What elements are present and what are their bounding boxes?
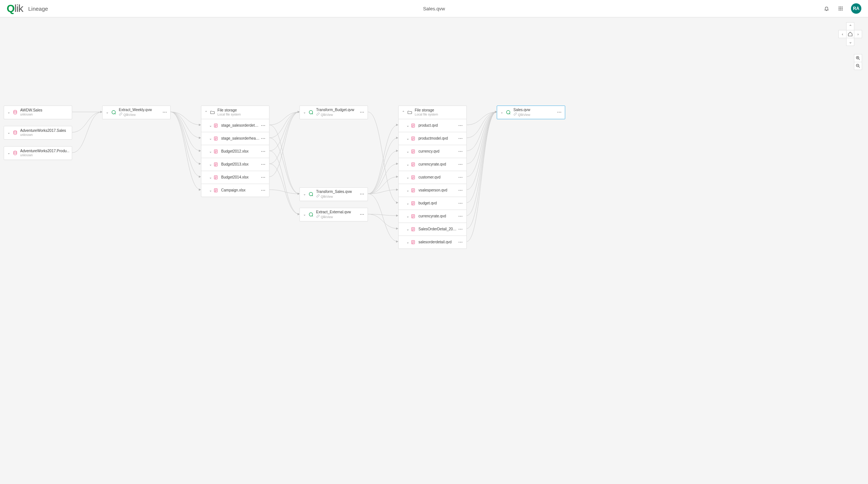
node-menu-button[interactable] xyxy=(458,136,464,141)
lineage-node[interactable]: Extract_External.qvw QlikView xyxy=(299,208,368,221)
nav-up-button[interactable]: ⌃ xyxy=(846,22,854,30)
zoom-in-button[interactable] xyxy=(854,54,862,62)
lineage-group-node[interactable]: File storageLocal file systemstage_sales… xyxy=(201,106,269,197)
node-menu-button[interactable] xyxy=(458,240,464,245)
expand-toggle[interactable] xyxy=(105,110,110,114)
expand-toggle[interactable] xyxy=(208,188,213,192)
expand-toggle[interactable] xyxy=(302,110,307,114)
lineage-child-node[interactable]: stage_salesorderdetail… xyxy=(201,119,269,132)
expand-toggle[interactable] xyxy=(208,150,213,153)
lineage-node[interactable]: AdventureWorks2017.Produ…unknown xyxy=(4,146,72,160)
apps-grid-icon[interactable] xyxy=(837,5,844,12)
lineage-child-node[interactable]: currencyrate.qvd xyxy=(399,158,466,171)
zoom-out-button[interactable] xyxy=(854,62,862,70)
expand-toggle[interactable] xyxy=(302,213,307,216)
node-menu-button[interactable] xyxy=(458,149,464,154)
expand-toggle[interactable] xyxy=(405,137,410,140)
qvw-icon xyxy=(111,109,117,115)
svg-point-11 xyxy=(13,110,16,112)
child-label: Budget2014.xlsx xyxy=(221,175,260,179)
lineage-canvas[interactable]: ⌃ ‹ › ⌄ AWDW.SalesunknownAdventureWorks2… xyxy=(0,17,868,484)
lineage-node[interactable]: Sales.qvw QlikView xyxy=(497,106,565,119)
lineage-child-node[interactable]: currency.qvd xyxy=(399,145,466,158)
nav-home-button[interactable] xyxy=(846,30,854,38)
node-menu-button[interactable] xyxy=(359,110,365,115)
collapse-toggle[interactable] xyxy=(204,110,209,114)
expand-toggle[interactable] xyxy=(208,137,213,140)
lineage-child-node[interactable]: vsalesperson.qvd xyxy=(399,184,466,197)
lineage-child-node[interactable]: stage_salesorderhead… xyxy=(201,132,269,145)
lineage-node[interactable]: Extract_Weekly.qvw QlikView xyxy=(102,106,171,119)
lineage-node[interactable]: Transform_Sales.qvw QlikView xyxy=(299,187,368,201)
nav-left-button[interactable]: ‹ xyxy=(838,30,847,38)
expand-toggle[interactable] xyxy=(6,131,11,134)
node-menu-button[interactable] xyxy=(260,136,267,141)
node-menu-button[interactable] xyxy=(260,149,267,154)
expand-toggle[interactable] xyxy=(405,201,410,205)
expand-toggle[interactable] xyxy=(499,110,505,114)
lineage-child-node[interactable]: customer.qvd xyxy=(399,171,466,184)
avatar[interactable]: RA xyxy=(851,3,861,14)
svg-point-12 xyxy=(13,131,16,132)
expand-toggle[interactable] xyxy=(405,188,410,192)
node-menu-button[interactable] xyxy=(260,188,267,193)
node-menu-button[interactable] xyxy=(458,214,464,219)
expand-toggle[interactable] xyxy=(405,214,410,218)
expand-toggle[interactable] xyxy=(405,124,410,127)
file-icon xyxy=(410,123,416,128)
expand-toggle[interactable] xyxy=(405,240,410,244)
lineage-child-node[interactable]: Budget2014.xlsx xyxy=(201,171,269,184)
lineage-child-node[interactable]: Budget2012.xlsx xyxy=(201,145,269,158)
lineage-node[interactable]: AWDW.Salesunknown xyxy=(4,106,72,119)
expand-toggle[interactable] xyxy=(208,176,213,179)
zoom-cluster xyxy=(854,54,862,70)
lineage-child-node[interactable]: currencyrate.qvd xyxy=(399,210,466,223)
node-menu-button[interactable] xyxy=(359,212,365,217)
svg-rect-0 xyxy=(839,7,839,7)
file-icon xyxy=(213,162,218,167)
expand-toggle[interactable] xyxy=(6,110,11,114)
expand-toggle[interactable] xyxy=(405,176,410,179)
lineage-node[interactable]: Transform_Budget.qvw QlikView xyxy=(299,106,368,119)
node-menu-button[interactable] xyxy=(260,162,267,167)
db-icon xyxy=(12,150,18,156)
node-menu-button[interactable] xyxy=(161,110,168,115)
lineage-child-node[interactable]: SalesOrderDetail_202… xyxy=(399,223,466,236)
node-menu-button[interactable] xyxy=(458,227,464,232)
expand-toggle[interactable] xyxy=(302,192,307,196)
node-menu-button[interactable] xyxy=(556,110,563,115)
node-menu-button[interactable] xyxy=(260,175,267,180)
bell-icon[interactable] xyxy=(823,5,830,12)
node-menu-button[interactable] xyxy=(260,123,267,128)
expand-toggle[interactable] xyxy=(208,163,213,166)
expand-toggle[interactable] xyxy=(405,150,410,153)
nav-down-button[interactable]: ⌄ xyxy=(846,38,854,46)
node-label: AdventureWorks2017.Salesunknown xyxy=(20,128,70,137)
node-menu-button[interactable] xyxy=(359,191,365,197)
node-menu-button[interactable] xyxy=(458,175,464,180)
lineage-child-node[interactable]: budget.qvd xyxy=(399,197,466,210)
node-menu-button[interactable] xyxy=(458,188,464,193)
svg-rect-7 xyxy=(840,10,841,10)
node-menu-button[interactable] xyxy=(458,123,464,128)
lineage-child-node[interactable]: salesorderdetail.qvd xyxy=(399,236,466,248)
node-menu-button[interactable] xyxy=(458,162,464,167)
node-menu-button[interactable] xyxy=(458,201,464,206)
child-label: stage_salesorderdetail… xyxy=(221,123,260,127)
collapse-toggle[interactable] xyxy=(401,110,406,114)
folder-icon xyxy=(210,109,215,115)
lineage-child-node[interactable]: Campaign.xlsx xyxy=(201,184,269,197)
expand-toggle[interactable] xyxy=(6,151,11,155)
node-label: File storageLocal file system xyxy=(415,108,464,116)
lineage-group-node[interactable]: File storageLocal file systemproduct.qvd… xyxy=(398,106,467,249)
lineage-child-node[interactable]: productmodel.qvd xyxy=(399,132,466,145)
nav-right-button[interactable]: › xyxy=(854,30,862,38)
lineage-node[interactable]: AdventureWorks2017.Salesunknown xyxy=(4,126,72,140)
lineage-child-node[interactable]: product.qvd xyxy=(399,119,466,132)
expand-toggle[interactable] xyxy=(405,163,410,166)
expand-toggle[interactable] xyxy=(208,124,213,127)
lineage-child-node[interactable]: Budget2013.xlsx xyxy=(201,158,269,171)
node-label: Transform_Budget.qvw QlikView xyxy=(316,108,359,117)
expand-toggle[interactable] xyxy=(405,227,410,231)
page-title: Lineage xyxy=(28,6,48,12)
